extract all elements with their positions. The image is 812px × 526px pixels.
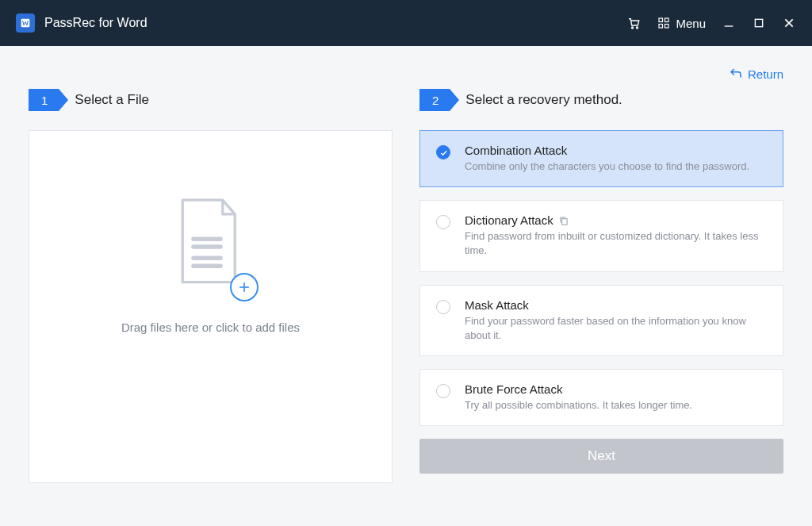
titlebar: PassRec for Word Menu (0, 0, 812, 46)
method-mask-attack[interactable]: Mask Attack Find your password faster ba… (419, 285, 783, 356)
method-title: Mask Attack (465, 298, 767, 312)
svg-rect-17 (561, 218, 566, 225)
radio-icon (436, 215, 450, 229)
svg-point-1 (632, 27, 634, 29)
method-title: Brute Force Attack (465, 382, 767, 396)
svg-rect-0 (21, 19, 30, 28)
method-dictionary-attack[interactable]: Dictionary Attack Find password from inb… (419, 200, 783, 271)
step-two-header: 2 Select a recovery method. (419, 89, 783, 111)
app-title: PassRec for Word (44, 16, 147, 30)
dropzone-text: Drag files here or click to add files (121, 321, 300, 334)
svg-rect-14 (191, 264, 223, 269)
method-title: Combination Attack (465, 144, 767, 157)
next-button[interactable]: Next (419, 439, 783, 474)
step-two-title: Select a recovery method. (465, 92, 622, 108)
copy-icon (558, 215, 569, 226)
step-two-badge: 2 (419, 89, 450, 111)
document-icon (171, 198, 251, 294)
radio-icon (436, 384, 450, 398)
minimize-button[interactable] (722, 16, 736, 30)
method-title: Dictionary Attack (465, 213, 767, 227)
return-label: Return (748, 67, 783, 81)
radio-checked-icon (436, 145, 450, 159)
step-one-header: 1 Select a File (29, 89, 393, 111)
svg-point-2 (637, 27, 638, 29)
svg-rect-4 (665, 18, 669, 22)
step-one-title: Select a File (75, 92, 149, 108)
close-button[interactable] (782, 16, 796, 30)
method-combination-attack[interactable]: Combination Attack Combine only the char… (419, 130, 783, 187)
radio-icon (436, 300, 450, 314)
add-file-icon (230, 273, 259, 301)
method-desc: Combine only the characters you choose t… (465, 159, 767, 174)
titlebar-actions: Menu (626, 16, 796, 30)
svg-rect-6 (665, 25, 669, 29)
svg-rect-11 (191, 236, 223, 241)
svg-rect-13 (191, 256, 223, 261)
method-brute-force-attack[interactable]: Brute Force Attack Try all possible comb… (419, 369, 783, 426)
step-one-badge: 1 (29, 89, 59, 111)
menu-button[interactable]: Menu (657, 16, 706, 30)
svg-rect-8 (755, 19, 762, 26)
svg-rect-12 (191, 244, 223, 249)
svg-rect-3 (659, 18, 663, 22)
return-button[interactable]: Return (729, 67, 783, 81)
step-two-column: 2 Select a recovery method. Combination … (419, 89, 783, 483)
step-one-column: 1 Select a File D (29, 89, 393, 483)
method-desc: Try all possible combinations. It takes … (465, 398, 767, 413)
method-desc: Find password from inbuilt or customized… (465, 229, 767, 258)
app-icon (16, 13, 35, 33)
maximize-button[interactable] (752, 16, 766, 30)
cart-button[interactable] (626, 16, 641, 30)
file-dropzone[interactable]: Drag files here or click to add files (29, 130, 393, 483)
recovery-methods: Combination Attack Combine only the char… (419, 130, 783, 426)
content: Return 1 Select a File (0, 46, 812, 499)
method-desc: Find your password faster based on the i… (465, 314, 767, 343)
svg-rect-5 (659, 25, 663, 29)
menu-label: Menu (676, 17, 706, 30)
